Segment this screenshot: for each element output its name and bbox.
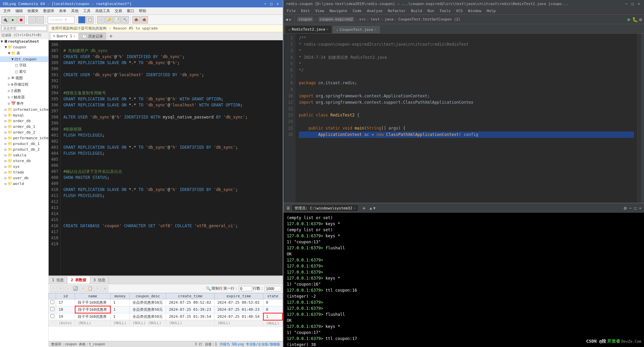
ide-menu-file[interactable]: File [285, 8, 298, 13]
proj-test[interactable]: test [371, 17, 380, 21]
cell-state-highlighted[interactable]: 1 [263, 313, 282, 320]
ide-menu-tools[interactable]: Tools [437, 8, 452, 13]
ide-menu-build[interactable]: Build [409, 8, 424, 13]
ide-menu-vcs[interactable]: VCS [454, 8, 465, 13]
ide-menu-window[interactable]: Window [466, 8, 483, 13]
tree-item-mysql[interactable]: ▷📁mysql [0, 112, 48, 118]
col-name[interactable]: name [75, 293, 110, 299]
tab-add-btn[interactable]: + [107, 33, 115, 40]
cell-id[interactable]: 17 [56, 299, 75, 306]
table-row[interactable]: 19 段子手168优惠券 1 全品类优惠券50元 2024-07-25 01:3… [49, 313, 283, 320]
col-state[interactable]: state [263, 293, 282, 299]
toolbar-play-btn[interactable]: ▶ [9, 16, 17, 23]
results-btn6[interactable]: 📋 [87, 285, 94, 292]
toolbar-refresh-btn[interactable]: ↻ [29, 16, 36, 23]
tree-item-tables[interactable]: ▼📁表 [0, 50, 48, 56]
tree-item-views[interactable]: ▷👁视图 [0, 75, 48, 81]
cell-id[interactable]: 19 [56, 313, 75, 320]
table-row-new[interactable]: * (Auto) (NULL) (NULL) (NULL) (NULL) (NU… [49, 320, 283, 327]
tree-item-world[interactable]: ▷📁world [0, 181, 48, 187]
cell-coupon-desc[interactable]: 全品类优惠券50元 [129, 299, 166, 306]
proj-expired2[interactable]: coupon-expired2 [318, 17, 354, 22]
toolbar-schema-btn[interactable]: 🗂 [37, 16, 44, 23]
table-row[interactable]: 17 段子手168优惠券 1 全品类优惠券50元 2024-07-25 00:5… [49, 299, 283, 306]
terminal-settings-icon[interactable]: ⚙ [624, 205, 627, 211]
ide-code-area[interactable]: /** * redis-coupon\coupon-expired2\src\t… [296, 34, 637, 203]
tree-item-fields[interactable]: 📋字段 [0, 62, 48, 68]
cell-coupon-desc[interactable]: 全品类优惠券50元 [129, 313, 166, 320]
proj-java[interactable]: java [384, 17, 393, 21]
menu-table[interactable]: 表单 [57, 8, 68, 14]
tree-item-order-db1[interactable]: ▷📁order_db_1 [0, 124, 48, 130]
menu-database[interactable]: 数据库 [41, 8, 56, 14]
cell-create-time[interactable]: 2024-07-25 00:52:02 [166, 299, 215, 306]
table-row[interactable]: 18 段子手168优惠券 1 全品类优惠券50元 2024-07-25 01:3… [49, 306, 283, 313]
toolbar-stop-btn[interactable]: ■ [17, 16, 25, 23]
terminal-add-tab[interactable]: + [360, 205, 369, 211]
redistest2-close[interactable]: ✕ [326, 28, 328, 31]
menu-help[interactable]: 帮助 [137, 8, 148, 14]
cell-money[interactable]: 1 [110, 306, 129, 313]
cell-money[interactable]: 1 [110, 313, 129, 320]
ide-max-btn[interactable]: □ [630, 2, 635, 6]
terminal-content[interactable]: (empty list or set) 127.0.0.1:6379> keys… [283, 213, 644, 347]
proj-btn-forward[interactable]: ▶ [289, 17, 291, 22]
proj-test-file[interactable]: CouponTest.testGetCoupon (2) [398, 17, 461, 21]
tree-item-sys[interactable]: ▷📁sys [0, 164, 48, 169]
ide-toolbar-more[interactable]: ⚙ [639, 17, 642, 22]
cell-create-time[interactable]: 2024-07-25 01:39:23 [166, 306, 215, 313]
cell-id[interactable]: 18 [56, 306, 75, 313]
results-btn8[interactable]: ▦ [102, 285, 108, 292]
col-create-time[interactable]: create_time [166, 293, 215, 299]
proj-src[interactable]: src [359, 17, 366, 21]
tree-item-procedures[interactable]: ▷⚙存储过程 [0, 81, 48, 88]
menu-tools[interactable]: 工具 [81, 8, 93, 14]
ide-menu-refactor[interactable]: Refactor [386, 8, 408, 13]
sqlyog-max-btn[interactable]: □ [269, 2, 274, 6]
tab-info3[interactable]: 3 信息 [90, 277, 109, 284]
col-coupon-desc[interactable]: coupon_desc [129, 293, 166, 299]
cell-expire-time[interactable]: 2024-07-25 00:53:02 [215, 299, 263, 306]
proj-btn-back[interactable]: ◀ [285, 17, 288, 22]
toolbar-extra4[interactable]: 🔧 [121, 16, 129, 23]
menu-window[interactable]: 窗口 [125, 8, 136, 14]
ide-menu-help[interactable]: Help [485, 8, 498, 13]
col-expire-time[interactable]: expire_time [215, 293, 263, 299]
ide-menu-view[interactable]: View [313, 8, 326, 13]
ide-tab-redistest2[interactable]: ☕ RedisTest2.java ✕ [285, 25, 332, 33]
sidebar-search[interactable] [1, 26, 47, 31]
toolbar-db-dropdown[interactable]: coupon▼ [48, 16, 74, 23]
ide-menu-navigate[interactable]: Navigate [328, 8, 350, 13]
tree-item-events[interactable]: ▷📅事件 [0, 100, 48, 107]
toolbar-import-btn[interactable]: 📥 [132, 16, 140, 23]
ide-menu-code[interactable]: Code [351, 8, 364, 13]
terminal-close-btn[interactable]: ✕ [639, 206, 641, 210]
terminal-tab-close[interactable]: ✕ [354, 206, 355, 210]
cell-expire-time[interactable]: 2024-07-25 01:40:54 [215, 313, 263, 320]
ide-debug-btn[interactable]: 🐛 [632, 17, 638, 22]
proj-coupon[interactable]: coupon [297, 17, 313, 22]
toolbar-table-btn[interactable]: 📋 [86, 16, 94, 23]
terminal-nav-down[interactable]: ▼ [373, 206, 376, 210]
results-btn2[interactable]: ▼ [57, 285, 64, 292]
ide-min-btn[interactable]: ─ [624, 2, 629, 6]
menu-other[interactable]: 其他 [69, 8, 80, 14]
menu-file[interactable]: 文件 [1, 8, 13, 14]
results-btn1[interactable]: ✎ [50, 285, 57, 292]
tree-item-product-db2[interactable]: ▷📁product_db_2 [0, 147, 48, 152]
tree-item-order-db[interactable]: ▷📁order_db [0, 118, 48, 124]
tree-item-indexes[interactable]: 📋索引 [0, 68, 48, 75]
results-btn4[interactable]: 🔄 [72, 285, 79, 292]
ide-menu-edit[interactable]: Edit [299, 8, 312, 13]
query1-close[interactable]: ✕ [73, 34, 75, 38]
tree-item-product-db1[interactable]: ▷📁product_db_1 [0, 141, 48, 147]
menu-edit[interactable]: 编辑 [13, 8, 25, 14]
tree-item-store-db[interactable]: ▷📁store_db [0, 158, 48, 164]
col-money[interactable]: money [110, 293, 129, 299]
tree-item-perf-schema[interactable]: ▷📁performance_schema [0, 135, 48, 141]
col-id[interactable]: id [56, 293, 75, 299]
cell-state[interactable]: 0 [263, 306, 282, 313]
cell-money[interactable]: 1 [110, 299, 129, 306]
tree-item-order-db2[interactable]: ▷📁order_db_2 [0, 130, 48, 135]
tree-item-root[interactable]: ▼🖥root@localhost [0, 39, 48, 44]
